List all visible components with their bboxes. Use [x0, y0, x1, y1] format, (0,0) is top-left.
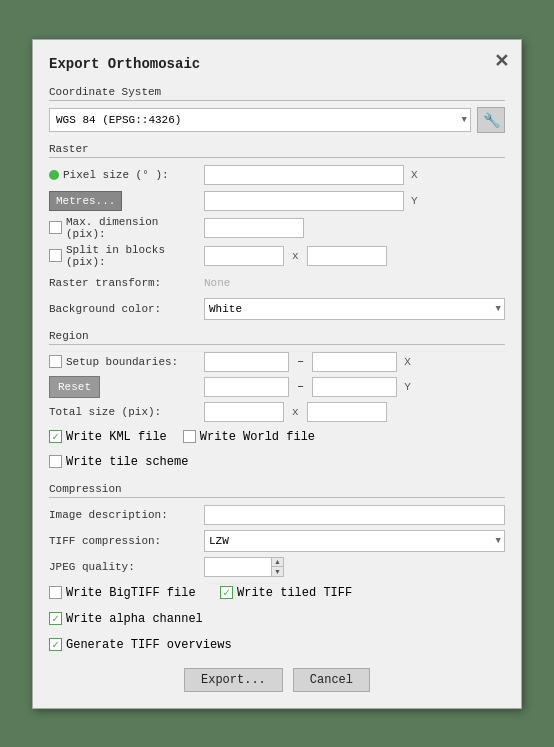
gen-overviews-checkbox[interactable]: ✓ [49, 638, 62, 651]
image-desc-input[interactable] [204, 505, 505, 525]
total-size-row: Total size (pix): 10871 x 10207 [49, 401, 505, 423]
write-tiled-checkbox[interactable]: ✓ [220, 586, 233, 599]
jpeg-quality-down[interactable]: ▼ [272, 567, 283, 576]
tiff-comp-select[interactable]: LZW [204, 530, 505, 552]
cancel-button[interactable]: Cancel [293, 668, 370, 692]
coord1-input[interactable]: 4.908273 [204, 352, 289, 372]
coord4-input[interactable]: 50.887535 [312, 377, 397, 397]
close-button[interactable]: ✕ [494, 50, 509, 72]
pixel-size-indicator [49, 170, 59, 180]
boundaries-row2: Reset 50.885495 – 50.887535 Y [49, 376, 505, 398]
x-suffix: X [411, 169, 418, 181]
write-kml-label: Write KML file [66, 430, 167, 444]
jpeg-quality-label: JPEG quality: [49, 561, 135, 573]
overviews-row: ✓ Generate TIFF overviews [49, 634, 505, 656]
dialog-title: Export Orthomosaic [49, 56, 505, 72]
write-tile-label: Write tile scheme [66, 455, 188, 469]
split-x-input[interactable]: 1024 [204, 246, 284, 266]
image-desc-label: Image description: [49, 509, 168, 521]
max-dim-input[interactable]: 4096 [204, 218, 304, 238]
dash2: – [297, 380, 304, 394]
total-x-input[interactable]: 10871 [204, 402, 284, 422]
coord3-input[interactable]: 50.885495 [204, 377, 289, 397]
y-suffix: Y [411, 195, 418, 207]
coord-x-suffix: X [404, 356, 411, 368]
jpeg-quality-row: JPEG quality: 90 ▲ ▼ [49, 556, 505, 578]
coord-y-suffix: Y [404, 381, 411, 393]
raster-transform-label: Raster transform: [49, 277, 161, 289]
export-orthomosaic-dialog: Export Orthomosaic ✕ Coordinate System W… [32, 39, 522, 709]
pixel-size-row: Pixel size (° ): 3.15862e-07 X [49, 164, 505, 186]
raster-transform-value: None [204, 277, 230, 289]
reset-button[interactable]: Reset [49, 376, 100, 398]
write-world-label: Write World file [200, 430, 315, 444]
pixel-size-x-input[interactable]: 3.15862e-07 [204, 165, 404, 185]
raster-section: Raster Pixel size (° ): 3.15862e-07 X Me… [49, 143, 505, 320]
write-tile-row: Write tile scheme [49, 451, 505, 473]
pixel-size-label: Pixel size (° ): [63, 169, 169, 181]
jpeg-quality-up[interactable]: ▲ [272, 558, 283, 568]
image-desc-row: Image description: [49, 504, 505, 526]
wrench-button[interactable]: 🔧 [477, 107, 505, 133]
region-section: Region Setup boundaries: 4.908273 – 4.91… [49, 330, 505, 473]
max-dim-checkbox[interactable] [49, 221, 62, 234]
dash1: – [297, 355, 304, 369]
bigtiff-tiled-row: Write BigTIFF file ✓ Write tiled TIFF [49, 582, 505, 604]
split-blocks-row: Split in blocks (pix): 1024 x 1024 [49, 244, 505, 268]
split-blocks-label: Split in blocks (pix): [66, 244, 204, 268]
write-bigtiff-label: Write BigTIFF file [66, 586, 196, 600]
metres-row: Metres... 1.99796e-07 Y [49, 190, 505, 212]
tiff-comp-label: TIFF compression: [49, 535, 161, 547]
alpha-row: ✓ Write alpha channel [49, 608, 505, 630]
coord2-input[interactable]: 4.911707 [312, 352, 397, 372]
tiff-comp-row: TIFF compression: LZW [49, 530, 505, 552]
write-bigtiff-checkbox[interactable] [49, 586, 62, 599]
compression-section: Compression Image description: TIFF comp… [49, 483, 505, 656]
bg-color-select[interactable]: White [204, 298, 505, 320]
split-y-input[interactable]: 1024 [307, 246, 387, 266]
max-dim-row: Max. dimension (pix): 4096 [49, 216, 505, 240]
bg-color-row: Background color: White [49, 298, 505, 320]
metres-button[interactable]: Metres... [49, 191, 122, 211]
pixel-size-y-input[interactable]: 1.99796e-07 [204, 191, 404, 211]
write-tiled-label: Write tiled TIFF [237, 586, 352, 600]
coordinate-system-label: Coordinate System [49, 86, 505, 101]
write-alpha-label: Write alpha channel [66, 612, 203, 626]
coordinate-system-select[interactable]: WGS 84 (EPSG::4326) [49, 108, 471, 132]
region-section-label: Region [49, 330, 505, 345]
gen-overviews-label: Generate TIFF overviews [66, 638, 232, 652]
raster-transform-row: Raster transform: None [49, 272, 505, 294]
coordinate-system-row: WGS 84 (EPSG::4326) 🔧 [49, 107, 505, 133]
total-y-input[interactable]: 10207 [307, 402, 387, 422]
boundaries-label: Setup boundaries: [66, 356, 178, 368]
write-files-row1: ✓ Write KML file Write World file [49, 426, 505, 448]
raster-section-label: Raster [49, 143, 505, 158]
max-dim-label: Max. dimension (pix): [66, 216, 204, 240]
bottom-buttons: Export... Cancel [49, 668, 505, 692]
split-blocks-checkbox[interactable] [49, 249, 62, 262]
write-world-checkbox[interactable] [183, 430, 196, 443]
x-between: x [292, 250, 299, 262]
write-tile-checkbox[interactable] [49, 455, 62, 468]
boundaries-row1: Setup boundaries: 4.908273 – 4.911707 X [49, 351, 505, 373]
x-total: x [292, 406, 299, 418]
total-size-label: Total size (pix): [49, 406, 161, 418]
export-button[interactable]: Export... [184, 668, 283, 692]
write-alpha-checkbox[interactable]: ✓ [49, 612, 62, 625]
compression-section-label: Compression [49, 483, 505, 498]
coordinate-system-section: Coordinate System WGS 84 (EPSG::4326) 🔧 [49, 86, 505, 133]
bg-color-label: Background color: [49, 303, 161, 315]
boundaries-checkbox[interactable] [49, 355, 62, 368]
coordinate-system-select-wrapper: WGS 84 (EPSG::4326) [49, 108, 471, 132]
write-kml-checkbox[interactable]: ✓ [49, 430, 62, 443]
